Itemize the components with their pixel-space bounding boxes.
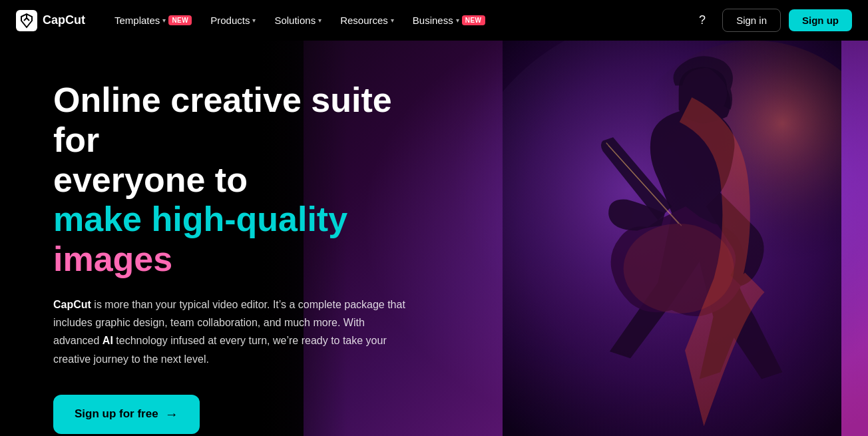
nav-left: CapCut Templates ▾ New Products ▾ Soluti… xyxy=(16,10,493,31)
chevron-down-icon: ▾ xyxy=(252,17,256,24)
nav-item-business[interactable]: Business ▾ New xyxy=(405,11,493,30)
logo[interactable]: CapCut xyxy=(16,10,85,31)
nav-item-templates[interactable]: Templates ▾ New xyxy=(107,11,200,30)
logo-text: CapCut xyxy=(43,13,85,27)
chevron-down-icon: ▾ xyxy=(456,17,459,24)
nav-item-products[interactable]: Products ▾ xyxy=(202,11,264,30)
hero-content: Online creative suite for everyone to ma… xyxy=(0,41,466,436)
signin-button[interactable]: Sign in xyxy=(722,9,781,32)
chevron-down-icon: ▾ xyxy=(162,17,166,24)
hero-title: Online creative suite for everyone to ma… xyxy=(53,81,413,280)
chevron-down-icon: ▾ xyxy=(318,17,322,24)
chevron-down-icon: ▾ xyxy=(391,17,394,24)
svg-point-8 xyxy=(624,224,734,314)
signup-button[interactable]: Sign up xyxy=(789,9,852,31)
nav-items: Templates ▾ New Products ▾ Solutions ▾ R… xyxy=(107,11,493,30)
nav-right: ? Sign in Sign up xyxy=(690,9,852,33)
hero-description: CapCut is more than your typical video e… xyxy=(53,296,413,368)
arrow-icon: → xyxy=(165,407,178,422)
nav-item-solutions[interactable]: Solutions ▾ xyxy=(266,11,329,30)
nav-item-resources[interactable]: Resources ▾ xyxy=(332,11,402,30)
guitarist-silhouette xyxy=(503,41,841,436)
hero-section: Online creative suite for everyone to ma… xyxy=(0,41,868,436)
signup-free-button[interactable]: Sign up for free → xyxy=(53,395,200,434)
help-button[interactable]: ? xyxy=(690,9,714,33)
navbar: CapCut Templates ▾ New Products ▾ Soluti… xyxy=(0,0,868,41)
capcut-logo-icon xyxy=(16,10,37,31)
